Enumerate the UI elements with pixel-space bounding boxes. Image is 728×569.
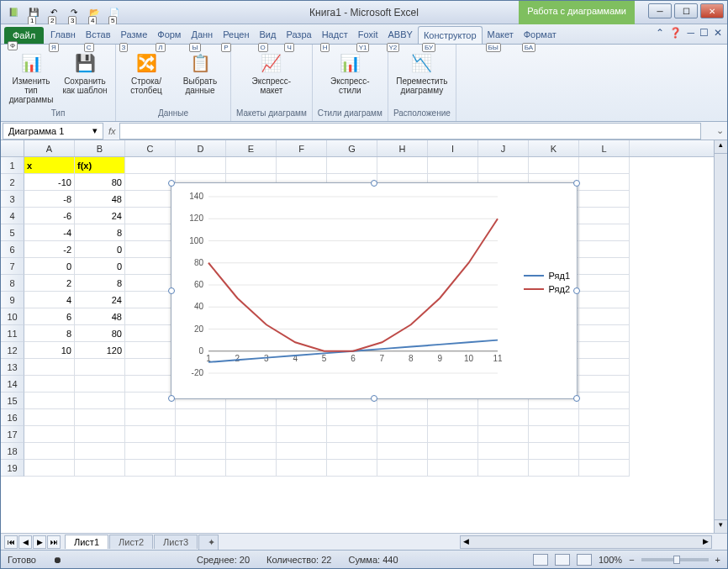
name-box[interactable]: Диаграмма 1▾	[3, 123, 103, 140]
col-header-E[interactable]: E	[226, 140, 277, 156]
new-sheet-icon[interactable]: ✦	[198, 535, 219, 550]
cell-A18[interactable]	[24, 443, 75, 460]
cell-L3[interactable]	[579, 191, 630, 208]
cell-L10[interactable]	[579, 308, 630, 325]
cell-H16[interactable]	[377, 409, 428, 426]
col-header-H[interactable]: H	[377, 140, 428, 156]
cell-B17[interactable]	[75, 426, 125, 443]
row-header-15[interactable]: 15	[1, 393, 24, 409]
fx-label[interactable]: fx	[108, 126, 116, 136]
vertical-scrollbar[interactable]: ▴ ▾	[714, 140, 727, 533]
chart-resize-handle[interactable]	[168, 395, 175, 402]
row-header-1[interactable]: 1	[1, 157, 24, 174]
cell-A5[interactable]: -4	[24, 224, 75, 241]
scroll-down-icon[interactable]: ▾	[715, 519, 727, 533]
cell-A16[interactable]	[24, 409, 75, 426]
ribbon-tab-0[interactable]: ГлавнЯ	[45, 26, 81, 44]
cell-D17[interactable]	[176, 426, 226, 443]
row-header-2[interactable]: 2	[1, 174, 24, 191]
cell-L14[interactable]	[579, 376, 630, 393]
ribbon-tab-9[interactable]: FoxitY1	[353, 26, 383, 44]
cell-J17[interactable]	[478, 426, 529, 443]
chart-plot-area[interactable]: -200204060801001201401234567891011	[208, 197, 498, 373]
cell-C13[interactable]	[125, 359, 176, 376]
expand-formula-icon[interactable]: ⌄	[716, 125, 727, 136]
cell-K19[interactable]	[529, 460, 579, 477]
row-header-7[interactable]: 7	[1, 258, 24, 275]
cell-L2[interactable]	[579, 174, 630, 191]
cell-C16[interactable]	[125, 409, 176, 426]
cell-E17[interactable]	[226, 426, 277, 443]
cell-C12[interactable]	[125, 342, 176, 359]
ribbon-tab-5[interactable]: РеценР	[218, 26, 254, 44]
cell-G18[interactable]	[327, 443, 377, 460]
cell-A12[interactable]: 10	[24, 342, 75, 359]
qat-undo[interactable]: ↶2	[45, 3, 63, 22]
zoom-level[interactable]: 100%	[599, 555, 622, 565]
chart-resize-handle[interactable]	[573, 180, 580, 187]
cell-C18[interactable]	[125, 443, 176, 460]
row-header-6[interactable]: 6	[1, 241, 24, 258]
cell-L5[interactable]	[579, 224, 630, 241]
cell-B18[interactable]	[75, 443, 125, 460]
cell-B14[interactable]	[75, 376, 125, 393]
cell-C1[interactable]	[125, 157, 176, 174]
chart-legend[interactable]: Ряд1Ряд2	[524, 267, 570, 298]
cell-B15[interactable]	[75, 393, 125, 409]
cell-L18[interactable]	[579, 443, 630, 460]
row-header-16[interactable]: 16	[1, 409, 24, 426]
cell-C7[interactable]	[125, 258, 176, 275]
cell-I17[interactable]	[428, 426, 478, 443]
cell-G16[interactable]	[327, 409, 377, 426]
row-header-10[interactable]: 10	[1, 308, 24, 325]
row-header-13[interactable]: 13	[1, 359, 24, 376]
cell-B19[interactable]	[75, 460, 125, 477]
cell-E1[interactable]	[226, 157, 277, 174]
cell-L13[interactable]	[579, 359, 630, 376]
ribbon-tab-3[interactable]: ФормЛ	[152, 26, 186, 44]
view-normal-icon[interactable]	[533, 554, 548, 566]
row-header-4[interactable]: 4	[1, 208, 24, 224]
col-header-B[interactable]: B	[75, 140, 125, 156]
ribbon-tab-11[interactable]: КонструкторБУ	[418, 26, 483, 44]
chart-resize-handle[interactable]	[168, 287, 175, 294]
cell-A6[interactable]: -2	[24, 241, 75, 258]
cell-H18[interactable]	[377, 443, 428, 460]
cell-B13[interactable]	[75, 359, 125, 376]
cell-H17[interactable]	[377, 426, 428, 443]
cell-I1[interactable]	[428, 157, 478, 174]
cell-J16[interactable]	[478, 409, 529, 426]
cell-K17[interactable]	[529, 426, 579, 443]
cell-A13[interactable]	[24, 359, 75, 376]
cell-A14[interactable]	[24, 376, 75, 393]
cell-L19[interactable]	[579, 460, 630, 477]
ribbon-tab-10[interactable]: ABBYY2	[383, 26, 418, 44]
cell-A3[interactable]: -8	[24, 191, 75, 208]
cell-C10[interactable]	[125, 308, 176, 325]
cell-A1[interactable]: x	[24, 157, 75, 174]
cell-E19[interactable]	[226, 460, 277, 477]
cell-A4[interactable]: -6	[24, 208, 75, 224]
formula-input[interactable]	[119, 123, 701, 140]
cell-C4[interactable]	[125, 208, 176, 224]
cell-L16[interactable]	[579, 409, 630, 426]
zoom-slider[interactable]	[641, 558, 709, 561]
cell-D16[interactable]	[176, 409, 226, 426]
legend-item[interactable]: Ряд2	[524, 284, 570, 294]
cell-L7[interactable]	[579, 258, 630, 275]
cell-L4[interactable]	[579, 208, 630, 224]
cell-A7[interactable]: 0	[24, 258, 75, 275]
ribbon-tab-13[interactable]: ФорматБА	[519, 26, 562, 44]
cell-A2[interactable]: -10	[24, 174, 75, 191]
cell-B6[interactable]: 0	[75, 241, 125, 258]
cell-L15[interactable]	[579, 393, 630, 409]
cell-L6[interactable]	[579, 241, 630, 258]
sheet-nav-prev[interactable]: ◀	[18, 535, 32, 549]
cell-C15[interactable]	[125, 393, 176, 409]
cell-E16[interactable]	[226, 409, 277, 426]
cell-G19[interactable]	[327, 460, 377, 477]
cell-A11[interactable]: 8	[24, 325, 75, 342]
ribbon-minimize-icon[interactable]: ⌃	[656, 27, 664, 39]
ribbon-button-0-0[interactable]: 📊Изменить тип диаграммы	[6, 46, 56, 104]
cell-C9[interactable]	[125, 292, 176, 308]
